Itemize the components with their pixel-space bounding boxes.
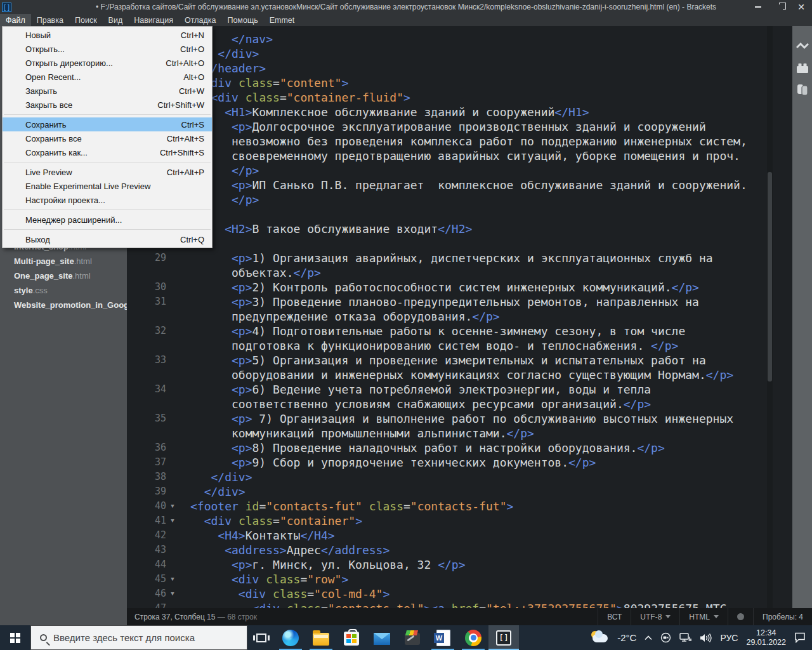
- code-text: <p>5) Организация и проведение измерител…: [190, 353, 706, 368]
- taskbar-brackets-button[interactable]: []: [488, 625, 519, 650]
- wallet-icon: [405, 633, 420, 645]
- clock[interactable]: 12:34 29.01.2022: [746, 628, 786, 647]
- menubar-item-правка[interactable]: Правка: [31, 14, 69, 26]
- line-number: 32: [127, 324, 166, 338]
- pages-icon[interactable]: [796, 83, 809, 96]
- menubar-item-помощь[interactable]: Помощь: [221, 14, 263, 26]
- menubar-item-поиск[interactable]: Поиск: [69, 14, 103, 26]
- menu-item-enable-experimental-live-preview[interactable]: Enable Experimental Live Preview: [3, 179, 212, 193]
- menu-item-shortcut: Ctrl+Alt+O: [166, 58, 204, 68]
- menu-item-live-preview[interactable]: Live PreviewCtrl+Alt+P: [3, 165, 212, 179]
- line-number: 45: [127, 572, 166, 587]
- file-menu-dropdown: НовыйCtrl+NОткрыть...Ctrl+OОткрыть дирек…: [2, 26, 213, 248]
- code-line-33-wrap1: оборудовании и инженерных коммуникациях …: [127, 368, 792, 382]
- code-line-35: 35<p> 7) Организация и выполнение работ …: [127, 411, 792, 426]
- code-line-36: 36<p>8) Проведение наладочных работ и на…: [127, 441, 792, 455]
- live-preview-icon[interactable]: [796, 40, 809, 53]
- code-line-20: 20</header>: [127, 61, 792, 76]
- fold-gutter: [166, 397, 179, 411]
- menu-item-открыть-[interactable]: Открыть...Ctrl+O: [3, 42, 212, 56]
- menu-item-закрыть[interactable]: ЗакрытьCtrl+W: [3, 84, 212, 98]
- overwrite-indicator[interactable]: ВСТ: [598, 608, 631, 625]
- weather-icon[interactable]: [590, 631, 609, 645]
- network-icon[interactable]: [679, 633, 691, 643]
- sidebar-file-style[interactable]: style.css: [0, 283, 127, 298]
- menu-item-open-recent-[interactable]: Open Recent...Alt+O: [3, 70, 212, 84]
- fold-arrow-icon[interactable]: ▼: [166, 572, 179, 587]
- start-button[interactable]: [0, 625, 30, 650]
- taskbar-word-button[interactable]: [428, 625, 458, 650]
- extension-toolbar: [792, 26, 812, 608]
- restore-button[interactable]: [769, 0, 790, 14]
- code-editor[interactable]: 18</nav>19</div>20</header>21<div class=…: [127, 26, 792, 608]
- action-center-icon[interactable]: [794, 632, 806, 643]
- fold-arrow-icon[interactable]: ▼: [166, 499, 179, 514]
- extension-manager-icon[interactable]: [796, 62, 809, 74]
- show-hidden-icons-chevron[interactable]: [645, 635, 652, 640]
- code-line-38: 38</div>: [127, 470, 792, 484]
- taskbar-search-input[interactable]: Введите здесь текст для поиска: [30, 625, 247, 650]
- sidebar-file-multi-page_site[interactable]: Multi-page_site.html: [0, 254, 127, 269]
- taskbar-chrome-button[interactable]: [458, 625, 488, 650]
- menu-item-настройки-проекта-[interactable]: Настройки проекта...: [3, 193, 212, 207]
- menu-item-менеджер-расширений-[interactable]: Менеджер расширений...: [3, 213, 212, 227]
- menubar-item-навигация[interactable]: Навигация: [128, 14, 179, 26]
- line-number: 37: [127, 455, 166, 470]
- taskbar-store-button[interactable]: [336, 625, 367, 650]
- menubar-item-вид[interactable]: Вид: [103, 14, 129, 26]
- menu-item-открыть-директорию-[interactable]: Открыть директорию...Ctrl+Alt+O: [3, 56, 212, 70]
- code-text: <p> 7) Организация и выполнение работ по…: [190, 411, 733, 426]
- menu-item-новый[interactable]: НовыйCtrl+N: [3, 28, 212, 42]
- windows-logo-icon: [10, 633, 20, 643]
- editor-scrollbar-thumb[interactable]: [768, 172, 772, 381]
- menu-item-выход[interactable]: ВыходCtrl+Q: [3, 232, 212, 246]
- input-language[interactable]: РУС: [720, 633, 738, 643]
- lint-indicator[interactable]: [728, 608, 753, 625]
- taskbar-edge-button[interactable]: [275, 625, 306, 650]
- temperature[interactable]: -2°C: [617, 632, 636, 643]
- line-number: 38: [127, 470, 166, 484]
- encoding-selector[interactable]: UTF-8: [631, 608, 679, 625]
- menubar-item-отладка[interactable]: Отладка: [179, 14, 221, 26]
- language-selector[interactable]: HTML: [679, 608, 728, 625]
- indent-setting[interactable]: Пробелы: 4: [753, 608, 812, 625]
- menubar-item-файл[interactable]: Файл: [0, 14, 31, 26]
- volume-icon[interactable]: [700, 633, 712, 643]
- task-view-button[interactable]: [247, 625, 275, 650]
- store-icon: [344, 632, 359, 646]
- fold-gutter: [166, 601, 179, 608]
- menu-item-сохранить-все[interactable]: Сохранить всеCtrl+Alt+S: [3, 131, 212, 145]
- menu-item-shortcut: Ctrl+N: [181, 30, 204, 40]
- sidebar-file-website_promotion_in_google[interactable]: Website_promotion_in_Google.html: [0, 298, 127, 312]
- taskbar-mail-button[interactable]: [367, 625, 397, 650]
- code-text: <div class="container">: [190, 514, 362, 528]
- menu-item-сохранить[interactable]: СохранитьCtrl+S: [3, 117, 212, 131]
- close-button[interactable]: ✕: [790, 0, 812, 14]
- code-text: <p>ИП Санько П.В. предлагает комплексное…: [190, 178, 747, 192]
- line-count: — 68 строк: [218, 613, 257, 621]
- meet-now-icon[interactable]: [660, 632, 671, 643]
- windows-taskbar: Введите здесь текст для поиска [] -2°C Р…: [0, 625, 812, 650]
- menu-item-закрыть-все[interactable]: Закрыть всеCtrl+Shift+W: [3, 98, 212, 112]
- code-text: оборудовании и инженерных коммуникациях …: [190, 368, 733, 382]
- sidebar-file-one_page_site[interactable]: One_page_site.html: [0, 269, 127, 283]
- fold-gutter: [166, 338, 179, 353]
- fold-gutter: [166, 265, 179, 280]
- minimize-button[interactable]: [747, 0, 769, 14]
- taskbar-wallet-button[interactable]: [397, 625, 428, 650]
- fold-arrow-icon[interactable]: ▼: [166, 514, 179, 528]
- code-line-43: 43<address>Адрес</address>: [127, 543, 792, 557]
- line-number: 43: [127, 543, 166, 557]
- menu-item-сохранить-как-[interactable]: Сохранить как...Ctrl+Shift+S: [3, 145, 212, 159]
- minimize-icon: [755, 6, 761, 8]
- code-text: <p>8) Проведение наладочных работ и наст…: [190, 441, 665, 455]
- menubar-item-emmet[interactable]: Emmet: [264, 14, 301, 26]
- line-number: [127, 265, 166, 280]
- code-line-37: 37<p>9) Сбор и упорядочение технических …: [127, 455, 792, 470]
- fold-gutter: [166, 528, 179, 543]
- line-number: 33: [127, 353, 166, 368]
- line-number: 34: [127, 382, 166, 397]
- code-line-24-wrap2: своевременному предотвращению аварийных …: [127, 149, 792, 163]
- taskbar-explorer-button[interactable]: [306, 625, 336, 650]
- fold-arrow-icon[interactable]: ▼: [166, 587, 179, 601]
